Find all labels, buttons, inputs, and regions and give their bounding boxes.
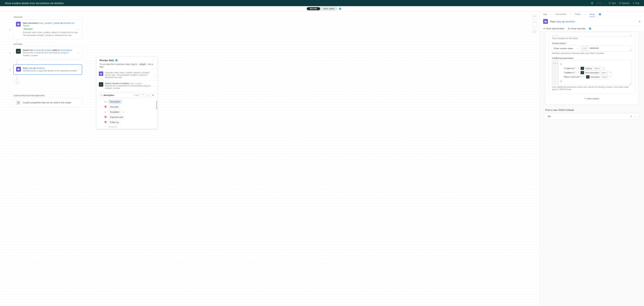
divider [606,2,606,4]
search-clear-button[interactable]: ✕ [151,93,155,97]
datapill-item[interactable]: ABCDescription [96,99,158,104]
svg-rect-1 [17,24,19,25]
app-header: Show Incident details from ServiceNow vi… [0,0,644,6]
breadcrumb-app[interactable]: App [543,13,547,16]
setup-breadcrumb: App→ Connection→ Action→ Setup ? [540,12,644,17]
step-1-title: New command show_incident_details to Wor… [23,22,80,27]
recipe-flow: TRIGGER 1 New command show_incident_deta… [13,16,82,107]
step-number: 1 [9,28,10,30]
datapill-item[interactable]: 📅Follow up [96,120,158,125]
submit-command-input[interactable]: A B C newissue [582,45,632,52]
actions-label: ACTIONS [13,43,82,45]
button-text-input[interactable] [552,35,632,36]
recipe-search-row: 1 of 2 ⌃ ⌄ ✕ [96,91,158,99]
svg-point-8 [18,102,19,103]
breadcrumb-setup[interactable]: Setup [589,13,595,17]
search-icon [100,94,102,96]
chevron-right-icon: › [154,74,155,76]
undo-button[interactable]: ↶ [532,14,536,18]
config-card[interactable]: Custom properties that can be used in th… [13,98,82,107]
step-2-desc: Record info is retrieved from ServiceNow… [23,52,80,57]
step-menu-icon[interactable]: ⋯ [77,28,80,31]
list-icon: ▸ [104,126,107,128]
search-prev-button[interactable]: ⌃ [141,93,146,97]
additional-params-input[interactable]: A B C { "urgency": " nowUrgencyStep 2 ",… [552,60,632,85]
resize-handle[interactable] [630,83,631,85]
tab-help-icon[interactable]: ? [339,8,341,10]
connector [17,39,17,43]
step-1[interactable]: 1 New command show_incident_details to W… [13,20,82,39]
datapill-item[interactable]: ▸Group list [96,125,158,129]
svg-point-10 [100,74,101,74]
raw-json-label: Post a raw JSON instead [545,108,638,111]
svg-text:now: now [100,84,102,85]
search-count: 1 of 2 [134,94,139,96]
svg-text:now: now [17,51,20,52]
submit-helper: Workbot command to execute when user cli… [552,52,632,54]
add-button-link[interactable]: +Add a button [549,97,635,100]
setup-step-title: Post reply as Workbot [550,20,575,23]
svg-point-16 [546,22,546,22]
additional-params-helper: Pass additional parameters when user sub… [552,86,632,91]
clear-icon[interactable]: ✕ [630,115,632,118]
help-icon[interactable]: ? [599,13,601,16]
scrollbar[interactable] [156,101,157,110]
raw-json-dropdown[interactable]: No ✕⌄ [545,113,638,120]
refresh-button[interactable]: Refresh [619,2,630,4]
svg-point-15 [545,22,545,22]
search-input[interactable] [104,94,133,96]
setup-panel: App→ Connection→ Action→ Setup ? Post re… [540,12,644,306]
help-icon[interactable]: ? [591,2,593,4]
setup-step-header: Post reply as Workbot ✕ [540,17,644,26]
canvas-controls: ↶ + − [532,14,537,34]
more-icon[interactable]: ••••• [596,2,602,4]
test-button[interactable]: Test [609,2,616,4]
svg-point-17 [544,28,544,29]
zoom-in-button[interactable]: + [532,20,536,24]
search-input-box[interactable]: 1 of 2 [99,93,140,98]
svg-point-13 [101,94,102,96]
datapill-urgency[interactable]: nowUrgencyStep 2 [580,66,601,70]
help-icon[interactable]: ? [115,59,118,62]
zoom-out-button[interactable]: − [532,24,536,28]
step-menu-icon[interactable]: ⋯ [76,68,80,72]
calendar-icon: 📅 [104,116,107,118]
step-menu-icon[interactable]: ⋯ [77,51,80,55]
submit-mode-dropdown[interactable]: Enter custom value⌄ [552,45,580,52]
group-map-link[interactable]: Group map data [568,28,586,30]
recipe-data-title: Recipe data [100,59,114,62]
step-3[interactable]: 3 Post reply as Workbot Workbot posts a … [13,64,82,75]
tab-test-jobs[interactable]: TEST JOBS [320,7,337,10]
recipe-source-1[interactable]: Executes when show_incident_details is i… [96,70,158,80]
breadcrumb-connection[interactable]: Connection [555,13,566,16]
svg-rect-14 [544,21,546,22]
tab-pill: RECIPE TEST JOBS ? [306,7,338,10]
help-icon[interactable]: ? [589,28,591,30]
datapill-item[interactable]: 📅Expected start [96,114,158,120]
add-step-button[interactable]: + [15,80,19,84]
resize-handle[interactable] [630,49,631,51]
canvas[interactable]: ↶ + − TRIGGER 1 New command show_inciden… [0,12,540,306]
setup-options: Show optional fields Group map data ? [540,26,644,31]
recipe-source-2[interactable]: now Search records in Incident (Step 2 o… [96,80,158,91]
fit-button[interactable] [532,30,536,34]
datapill-item[interactable]: 📅Due date [96,104,158,110]
breadcrumb-action[interactable]: Action [575,13,581,16]
resize-handle[interactable] [630,34,631,36]
abc-prefix-icon: A B C [552,60,559,85]
close-button[interactable]: ✕ [638,20,640,23]
config-label: CONFIGURATION PARAMETERS [13,94,82,97]
servicenow-icon: now [16,49,21,54]
svg-text:now: now [587,76,588,78]
search-next-button[interactable]: ⌄ [146,93,150,97]
step-number: 3 [9,68,10,71]
exit-button[interactable]: Exit [632,2,639,4]
tab-recipe[interactable]: RECIPE [307,7,320,10]
show-optional-link[interactable]: Show optional fields [543,28,564,30]
step-2[interactable]: 2 now Search for records in Incident tab… [13,46,82,60]
datapill-item[interactable]: 123Escalation0 [96,110,158,114]
datapill-short-description[interactable]: nowShort descriptionStep 2 [580,70,608,75]
expand-icon[interactable]: ⌃⌄ [153,59,154,61]
header-actions: ? ••••• Test Refresh Exit [591,2,639,4]
datapill-description[interactable]: nowDescriptionStep 2 [586,75,609,79]
